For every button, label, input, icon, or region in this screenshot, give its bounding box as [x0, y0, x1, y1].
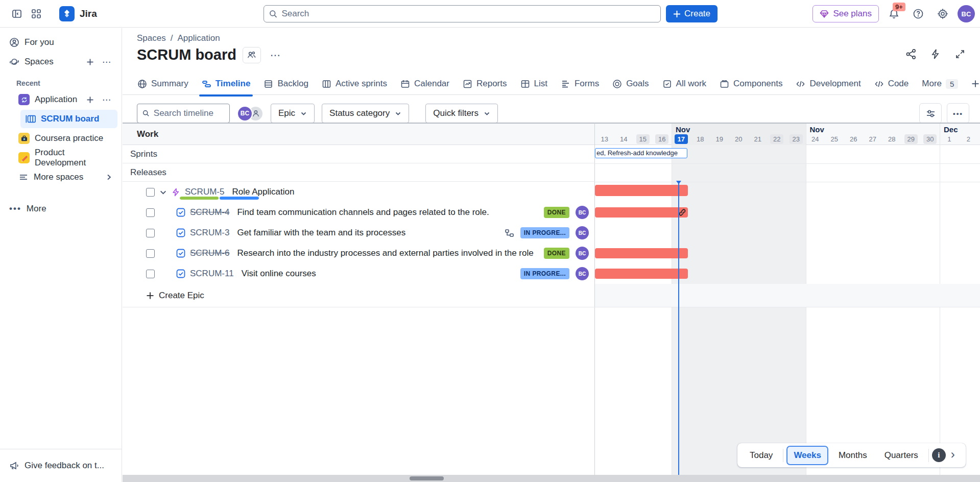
create-epic-button[interactable]: Create Epic	[123, 284, 595, 307]
tab-components[interactable]: Components	[714, 75, 788, 93]
tab-goals[interactable]: Goals	[607, 75, 654, 93]
epic-row[interactable]: SCRUM-5 Role Application	[123, 182, 595, 202]
chevron-right-icon[interactable]: ›	[949, 447, 959, 463]
give-feedback-button[interactable]: Give feedback on t...	[4, 456, 117, 475]
assignee-avatar[interactable]: BC	[576, 267, 589, 280]
issue-checkbox[interactable]	[146, 249, 155, 258]
sidebar-item-more-spaces[interactable]: More spaces	[13, 168, 117, 186]
sidebar-item-product-development[interactable]: Product Development	[13, 149, 117, 167]
automation-lightning-icon[interactable]	[930, 49, 941, 60]
page-more-menu[interactable]: ⋯	[267, 49, 284, 61]
collapse-sidebar-icon[interactable]	[7, 4, 27, 23]
sidebar-item-coursera-practice[interactable]: Coursera practice	[13, 129, 117, 148]
horizontal-scrollbar[interactable]	[123, 475, 980, 482]
issue-row-scrum-6[interactable]: SCRUM-6 Research into the industry proce…	[123, 243, 595, 263]
status-badge[interactable]: DONE	[544, 248, 569, 259]
assignee-avatar[interactable]: BC	[576, 206, 589, 219]
see-plans-button[interactable]: See plans	[812, 5, 879, 22]
timeline-search-input[interactable]	[154, 108, 224, 118]
tab-more[interactable]: More 5	[916, 75, 964, 93]
search-input[interactable]	[281, 9, 655, 19]
share-icon[interactable]	[905, 49, 917, 60]
tab-summary[interactable]: Summary	[132, 75, 194, 93]
epic-checkbox[interactable]	[146, 188, 155, 197]
sidebar-item-spaces[interactable]: Spaces ⋯	[4, 53, 117, 71]
chevron-down-icon[interactable]	[159, 188, 167, 196]
issue-checkbox[interactable]	[146, 208, 155, 217]
releases-row[interactable]: Releases	[123, 163, 595, 182]
tab-code[interactable]: Code	[869, 75, 915, 93]
breadcrumb-application-link[interactable]: Application	[177, 33, 220, 43]
spaces-more-icon[interactable]: ⋯	[101, 57, 112, 67]
months-mode-button[interactable]: Months	[831, 446, 874, 465]
timeline-icon	[202, 79, 211, 89]
user-avatar[interactable]: BC	[958, 5, 975, 22]
application-more-icon[interactable]: ⋯	[101, 94, 112, 105]
day-label: 19	[713, 134, 726, 144]
product-space-icon	[18, 152, 30, 163]
tab-development[interactable]: Development	[790, 75, 866, 93]
status-category-dropdown[interactable]: Status category	[322, 104, 409, 123]
filter-avatar-bc[interactable]: BC	[237, 106, 253, 122]
breadcrumb: Spaces / Application	[137, 33, 220, 43]
assignee-avatar[interactable]: BC	[576, 226, 589, 239]
sidebar-item-more[interactable]: ••• More	[4, 200, 117, 218]
tab-reports[interactable]: Reports	[457, 75, 513, 93]
weeks-mode-button[interactable]: Weeks	[786, 446, 828, 465]
app-switcher-icon[interactable]	[27, 4, 46, 23]
tab-forms[interactable]: Forms	[555, 75, 605, 93]
add-space-icon[interactable]	[85, 58, 95, 66]
issue-checkbox[interactable]	[146, 229, 155, 237]
help-button[interactable]	[909, 4, 928, 23]
sidebar-item-application[interactable]: Application ⋯	[13, 90, 117, 109]
code-icon	[874, 79, 884, 89]
epic-filter-dropdown[interactable]: Epic	[271, 104, 315, 123]
collaborators-button[interactable]	[243, 47, 261, 63]
tab-all-work[interactable]: All work	[657, 75, 712, 93]
status-badge[interactable]: DONE	[544, 207, 569, 218]
epic-timeline-bar[interactable]	[595, 185, 688, 196]
scrollbar-thumb[interactable]	[410, 476, 444, 480]
scrum-11-timeline-bar[interactable]	[595, 269, 688, 279]
tab-backlog[interactable]: Backlog	[258, 75, 314, 93]
issue-row-scrum-11[interactable]: SCRUM-11 Visit online courses IN PROGRE.…	[123, 263, 595, 284]
issue-row-scrum-3[interactable]: SCRUM-3 Get familiar with the team and i…	[123, 223, 595, 243]
link-icon	[678, 208, 686, 216]
breadcrumb-spaces-link[interactable]: Spaces	[137, 33, 166, 43]
assignee-avatar[interactable]: BC	[576, 247, 589, 260]
timeline-pane[interactable]: 13141516Nov17181920212223Nov242526272829…	[595, 123, 980, 475]
fullscreen-icon[interactable]	[954, 49, 966, 60]
month-label: Nov	[810, 125, 824, 134]
day-label: 16	[655, 134, 668, 144]
sidebar-item-scrum-board[interactable]: SCRUM board	[20, 110, 117, 128]
sidebar: For you Spaces ⋯ Recent Application ⋯ SC…	[0, 28, 122, 482]
sidebar-item-for-you[interactable]: For you	[4, 33, 117, 52]
tab-timeline[interactable]: Timeline	[196, 75, 256, 93]
status-badge[interactable]: IN PROGRE...	[520, 268, 569, 279]
tab-active-sprints[interactable]: Active sprints	[316, 75, 393, 93]
timeline-search[interactable]	[137, 104, 230, 123]
quarters-mode-button[interactable]: Quarters	[877, 446, 925, 465]
notifications-button[interactable]: 9+	[884, 4, 903, 23]
timeline-more-button[interactable]: •••	[947, 103, 969, 124]
sprint-bar[interactable]: ed, Refresh-add knowledge	[595, 148, 687, 158]
add-tab-button[interactable]	[966, 76, 980, 92]
create-button[interactable]: Create	[666, 5, 718, 22]
page-title: SCRUM board	[137, 46, 236, 63]
scrum-6-timeline-bar[interactable]	[595, 248, 688, 258]
issue-checkbox[interactable]	[146, 270, 155, 278]
sprints-row[interactable]: Sprints	[123, 145, 595, 163]
application-add-icon[interactable]	[85, 96, 95, 104]
global-search[interactable]	[264, 5, 661, 22]
jira-logo[interactable]	[59, 6, 75, 21]
view-settings-button[interactable]	[919, 103, 942, 124]
issue-row-scrum-4[interactable]: SCRUM-4 Find team communication channels…	[123, 202, 595, 223]
quick-filters-dropdown[interactable]: Quick filters	[425, 104, 498, 123]
status-badge[interactable]: IN PROGRE...	[520, 227, 569, 238]
tab-calendar[interactable]: Calendar	[395, 75, 455, 93]
today-button[interactable]: Today	[743, 446, 780, 465]
info-icon[interactable]: i	[932, 448, 946, 462]
scrum-4-timeline-bar[interactable]	[595, 207, 688, 218]
settings-button[interactable]	[933, 4, 952, 23]
tab-list[interactable]: List	[515, 75, 553, 93]
